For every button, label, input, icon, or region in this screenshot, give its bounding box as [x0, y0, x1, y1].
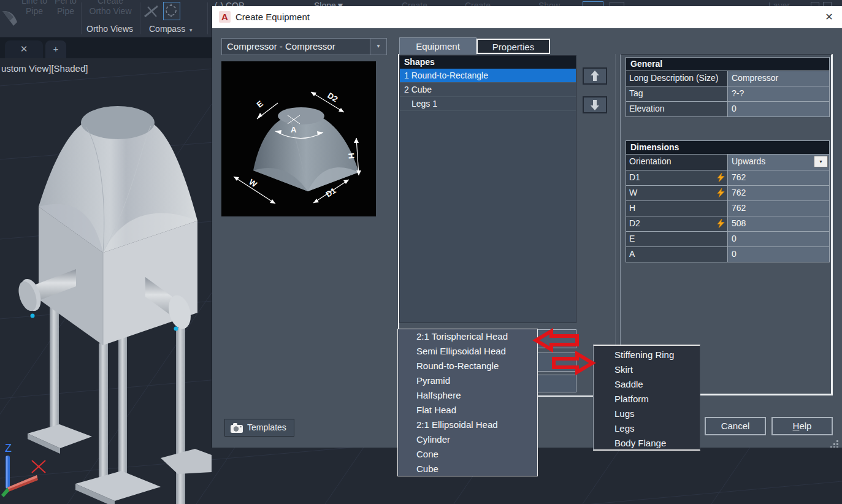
close-icon[interactable]: ✕: [823, 11, 835, 23]
shapes-list: Shapes 1 Round-to-Rectangle 2 Cube Legs …: [399, 55, 576, 323]
shapes-list-header: Shapes: [400, 56, 576, 69]
menu-item-halfsphere[interactable]: Halfsphere: [398, 388, 537, 403]
dimension-row-a[interactable]: A 0: [626, 246, 829, 262]
dimensions-table: Dimensions Orientation Upwards ▼ D1 762 …: [626, 140, 830, 262]
linked-bolt-icon: [717, 188, 725, 197]
e-value[interactable]: 0: [728, 232, 829, 246]
cancel-button[interactable]: Cancel: [705, 417, 766, 435]
ucs-icon: Z: [1, 442, 45, 497]
help-button[interactable]: Help: [771, 417, 833, 435]
tab-close-icon[interactable]: ✕: [5, 40, 43, 58]
shape-row-legs[interactable]: Legs 1: [400, 97, 576, 111]
layer-label: Layer: [768, 0, 805, 6]
svg-text:A: A: [291, 125, 297, 134]
arrow-down-icon: [589, 99, 601, 111]
linked-bolt-icon: [717, 219, 725, 228]
svg-text:Z: Z: [5, 442, 12, 454]
new-tab-button[interactable]: +: [45, 40, 66, 58]
linked-bolt-icon: [717, 173, 725, 182]
dimension-row-w[interactable]: W 762: [626, 185, 829, 200]
dimensions-header: Dimensions: [626, 141, 829, 154]
d1-value[interactable]: 762: [728, 170, 829, 185]
arrow-up-icon: [589, 70, 601, 82]
orientation-row[interactable]: Orientation Upwards ▼: [626, 154, 829, 170]
dimension-row-d1[interactable]: D1 762: [626, 170, 829, 185]
move-shape-down-button[interactable]: [583, 96, 607, 113]
cop-control[interactable]: (·) COP: [215, 0, 288, 6]
add-shape-button[interactable]: [533, 329, 576, 348]
create-label-1: Create: [402, 0, 438, 6]
autocad-logo-icon: A: [219, 11, 231, 23]
viewport-tab-bar: ✕ +: [0, 38, 212, 58]
dialog-title-bar[interactable]: A Create Equipment ✕: [212, 6, 842, 28]
menu-item-torispherical-head[interactable]: 2:1 Torispherical Head: [398, 329, 537, 344]
menu-item-lugs[interactable]: Lugs: [594, 407, 700, 421]
move-shape-up-button[interactable]: [583, 67, 607, 85]
remove-shape-button[interactable]: [533, 375, 576, 392]
create-label-2: Create: [465, 0, 502, 6]
w-value[interactable]: 762: [728, 186, 829, 200]
shape-row-round-to-rectangle[interactable]: 1 Round-to-Rectangle: [400, 69, 576, 83]
shape-preview-image: E D2 A H W D1: [221, 61, 376, 216]
menu-item-flat-head[interactable]: Flat Head: [398, 403, 537, 418]
equipment-class-combobox[interactable]: Compressor - Compressor ▼: [221, 38, 387, 55]
tag-value[interactable]: ?-?: [728, 86, 829, 101]
long-description-value[interactable]: Compressor: [728, 71, 829, 86]
show-label: Show: [538, 0, 575, 6]
menu-item-saddle: Saddle: [594, 377, 700, 392]
dimension-row-h[interactable]: H 762: [626, 200, 829, 216]
plus-icon: +: [45, 40, 66, 58]
compass-panel-label[interactable]: Compass▼: [149, 24, 193, 34]
a-value[interactable]: 0: [728, 247, 829, 262]
pipe-tool-icon: [1, 10, 18, 28]
table-row[interactable]: Elevation 0: [626, 101, 829, 116]
menu-item-semi-ellipsoidal-head[interactable]: Semi Ellipsoidal Head: [398, 344, 537, 359]
menu-item-cone[interactable]: Cone: [398, 447, 537, 462]
drawing-tab[interactable]: ✕: [5, 40, 43, 58]
equipment-3d-model[interactable]: Z: [0, 58, 212, 504]
pel-to-pipe-button[interactable]: Pel toPipe: [52, 0, 80, 17]
general-header: General: [626, 58, 829, 71]
menu-item-legs[interactable]: Legs: [594, 421, 700, 436]
dialog-title: Create Equipment: [235, 12, 310, 22]
shape-row-cube[interactable]: 2 Cube: [400, 83, 576, 97]
templates-button[interactable]: Templates: [224, 419, 294, 437]
pipe-bend-icon[interactable]: [143, 3, 160, 20]
viewport-view-label[interactable]: ustom View][Shaded]: [1, 63, 88, 74]
menu-item-pyramid[interactable]: Pyramid: [398, 373, 537, 388]
elevation-value[interactable]: 0: [728, 102, 829, 116]
camera-icon: [231, 423, 244, 433]
add-attachment-button[interactable]: [533, 353, 576, 372]
menu-item-ellipsoidal-head[interactable]: 2:1 Ellipsoidal Head: [398, 418, 537, 432]
chevron-down-icon[interactable]: ▼: [370, 39, 386, 55]
menu-item-body-flange[interactable]: Body Flange: [594, 436, 700, 451]
menu-item-stiffening-ring[interactable]: Stiffening Ring: [594, 348, 700, 362]
resize-grip[interactable]: [830, 440, 839, 448]
menu-item-skirt[interactable]: Skirt: [594, 362, 700, 377]
tab-properties[interactable]: Properties: [476, 39, 550, 54]
menu-item-round-to-rectangle[interactable]: Round-to-Rectangle: [398, 359, 537, 373]
dimension-row-e[interactable]: E 0: [626, 231, 829, 246]
orientation-select[interactable]: Upwards ▼: [728, 155, 829, 170]
compass-toggle-icon[interactable]: [163, 2, 180, 20]
menu-item-platform[interactable]: Platform: [594, 392, 700, 407]
svg-text:H: H: [346, 153, 356, 159]
line-to-pipe-button[interactable]: Line toPipe: [18, 0, 50, 17]
shape-type-menu: 2:1 Torispherical Head Semi Ellipsoidal …: [397, 329, 538, 476]
chevron-down-icon[interactable]: ▼: [814, 156, 828, 167]
general-table: General Long Description (Size) Compress…: [626, 57, 830, 117]
tab-equipment[interactable]: Equipment: [399, 37, 476, 55]
slope-label: Slope: [314, 0, 351, 6]
menu-item-cube[interactable]: Cube: [398, 462, 537, 476]
table-row[interactable]: Tag ?-?: [626, 86, 829, 101]
attachment-menu: Stiffening Ring Skirt Saddle Platform Lu…: [593, 345, 700, 451]
d2-value[interactable]: 508: [728, 216, 829, 231]
table-row[interactable]: Long Description (Size) Compressor: [626, 71, 829, 86]
create-ortho-view-button[interactable]: CreateOrtho View: [85, 0, 136, 17]
menu-item-cylinder[interactable]: Cylinder: [398, 432, 537, 447]
equipment-class-value: Compressor - Compressor: [227, 41, 335, 52]
h-value[interactable]: 762: [728, 201, 829, 216]
chevron-down-icon: ▼: [188, 28, 193, 33]
dimension-row-d2[interactable]: D2 508: [626, 216, 829, 231]
ortho-views-panel-label: Ortho Views: [86, 24, 133, 34]
